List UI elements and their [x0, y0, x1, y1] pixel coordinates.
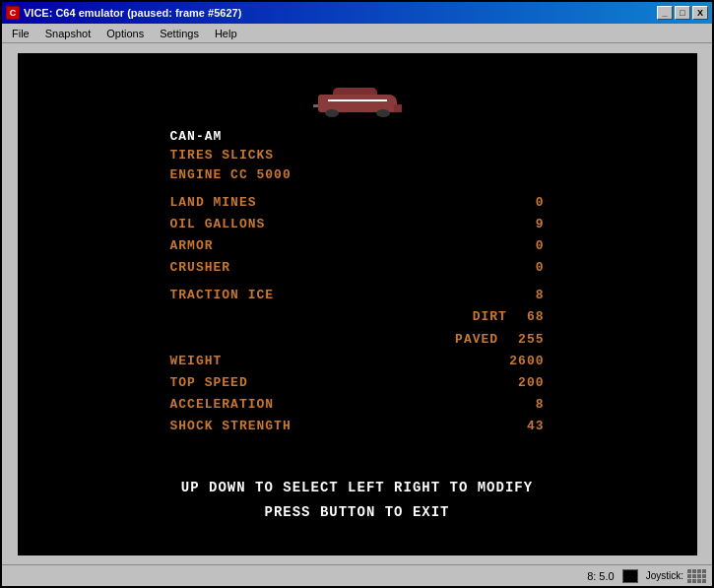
shock-strength-label: SHOCK STRENGTH — [170, 416, 292, 437]
stat-crusher: CRUSHER 0 — [170, 257, 545, 279]
acceleration-label: ACCELERATION — [170, 394, 275, 416]
acceleration-value: 8 — [536, 394, 545, 416]
joystick-grid — [687, 569, 706, 583]
drive-indicator — [622, 569, 638, 583]
dirt-label: DIRT — [473, 306, 507, 328]
joy-dot-2 — [692, 569, 696, 573]
stat-weight: WEIGHT 2600 — [170, 351, 545, 372]
car-name-label: CAN-AM — [170, 127, 545, 147]
title-bar-buttons: _ □ X — [657, 6, 708, 20]
stat-acceleration: ACCELERATION 8 — [170, 394, 545, 416]
car-wing — [394, 104, 402, 112]
joy-dot-12 — [702, 579, 706, 583]
joy-dot-1 — [687, 569, 691, 573]
paved-value: 255 — [518, 329, 544, 351]
oil-gallons-label: OIL GALLONS — [170, 214, 266, 235]
crusher-value: 0 — [536, 257, 545, 279]
armor-value: 0 — [536, 235, 545, 257]
joy-dot-9 — [687, 579, 691, 583]
status-bar: 8: 5.0 Joystick: — [2, 564, 712, 586]
top-speed-value: 200 — [518, 372, 544, 394]
joy-dot-3 — [697, 569, 701, 573]
stat-shock-strength: SHOCK STRENGTH 43 — [170, 416, 545, 437]
status-right-text: 8: 5.0 — [587, 570, 615, 582]
joy-dot-11 — [697, 579, 701, 583]
joy-dot-5 — [687, 574, 691, 578]
stats-block-2: TRACTION ICE 8 DIRT 68 PAVED 255 WEIGHT … — [170, 285, 545, 437]
menu-settings[interactable]: Settings — [152, 26, 207, 41]
joystick-label: Joystick: — [646, 570, 683, 581]
emulator-area: CAN-AM TIRES SLICKS ENGINE CC 5000 LAND … — [2, 43, 712, 564]
stat-top-speed: TOP SPEED 200 — [170, 372, 545, 394]
c64-screen-container: CAN-AM TIRES SLICKS ENGINE CC 5000 LAND … — [18, 53, 697, 555]
engine-line: ENGINE CC 5000 — [170, 165, 545, 185]
stat-land-mines: LAND MINES 0 — [170, 192, 545, 214]
stat-oil-gallons: OIL GALLONS 9 — [170, 214, 545, 235]
joy-dot-10 — [692, 579, 696, 583]
joy-dot-4 — [702, 569, 706, 573]
maximize-button[interactable]: □ — [675, 6, 690, 20]
window-title: VICE: C64 emulator (paused: frame #5627) — [24, 7, 241, 19]
traction-ice-value: 8 — [536, 285, 545, 306]
oil-gallons-value: 9 — [536, 214, 545, 235]
weight-label: WEIGHT — [170, 351, 223, 372]
shock-strength-value: 43 — [527, 416, 545, 437]
car-wheel-left — [325, 109, 339, 117]
weight-value: 2600 — [509, 351, 544, 372]
land-mines-value: 0 — [536, 192, 545, 214]
tires-line: TIRES SLICKS — [170, 146, 545, 165]
menu-file[interactable]: File — [4, 26, 37, 41]
top-speed-label: TOP SPEED — [170, 372, 248, 394]
car-sprite — [313, 83, 402, 117]
menu-options[interactable]: Options — [98, 26, 152, 41]
close-button[interactable]: X — [692, 6, 708, 20]
menu-help[interactable]: Help — [207, 26, 245, 41]
instructions-display: UP DOWN TO SELECT LEFT RIGHT TO MODIFY P… — [18, 476, 697, 525]
stat-traction-ice: TRACTION ICE 8 — [170, 285, 545, 306]
stats-block-1: LAND MINES 0 OIL GALLONS 9 ARMOR 0 CRUSH… — [170, 192, 545, 279]
instructions-line2: PRESS BUTTON TO EXIT — [18, 500, 697, 525]
traction-ice-label: TRACTION ICE — [170, 285, 275, 306]
paved-label: PAVED — [455, 329, 498, 351]
crusher-label: CRUSHER — [170, 257, 231, 279]
instructions-line1: UP DOWN TO SELECT LEFT RIGHT TO MODIFY — [18, 476, 697, 500]
joystick-indicator: Joystick: — [646, 569, 706, 583]
menu-bar: File Snapshot Options Settings Help — [2, 24, 712, 43]
menu-snapshot[interactable]: Snapshot — [37, 26, 98, 41]
joy-dot-6 — [692, 574, 696, 578]
armor-label: ARMOR — [170, 235, 214, 257]
main-window: C VICE: C64 emulator (paused: frame #562… — [0, 0, 714, 588]
c64-screen: CAN-AM TIRES SLICKS ENGINE CC 5000 LAND … — [18, 53, 697, 555]
car-stripe — [328, 99, 387, 101]
dirt-value: 68 — [527, 306, 545, 328]
car-name-display: CAN-AM TIRES SLICKS ENGINE CC 5000 — [170, 127, 545, 185]
car-wheel-right — [376, 109, 390, 117]
land-mines-label: LAND MINES — [170, 192, 257, 214]
joy-dot-7 — [697, 574, 701, 578]
stat-paved: PAVED 255 — [170, 329, 545, 351]
title-bar: C VICE: C64 emulator (paused: frame #562… — [2, 2, 712, 24]
stat-dirt: DIRT 68 — [170, 306, 545, 328]
app-icon: C — [6, 6, 20, 20]
joy-dot-8 — [702, 574, 706, 578]
stat-armor: ARMOR 0 — [170, 235, 545, 257]
minimize-button[interactable]: _ — [657, 6, 673, 20]
title-bar-left: C VICE: C64 emulator (paused: frame #562… — [6, 6, 241, 20]
